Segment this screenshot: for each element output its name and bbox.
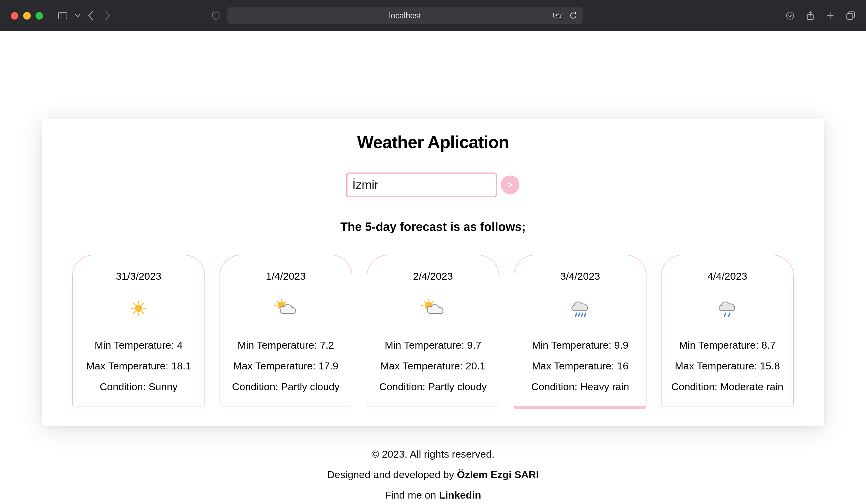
forecast-card[interactable]: 1/4/2023 Min Temperature: 7.2Max Tempera… [220,255,352,406]
svg-line-29 [432,301,433,303]
svg-rect-0 [58,12,67,19]
close-window-icon[interactable] [11,12,18,20]
svg-text:あ: あ [559,15,562,18]
svg-point-11 [135,305,142,312]
forecast-card[interactable]: 3/4/2023 Min Temperature: 9.9Max Tempera… [514,255,646,406]
svg-line-24 [285,301,286,303]
submit-button[interactable]: > [501,176,519,194]
url-bar[interactable]: localhost Aあ [227,7,582,24]
forecast-date: 1/4/2023 [266,270,306,282]
heavy-rain-icon [569,298,591,319]
svg-line-34 [724,313,726,316]
condition: Condition: Partly cloudy [232,381,340,393]
condition: Condition: Sunny [86,381,191,393]
svg-rect-10 [847,13,853,20]
forecast-info: Min Temperature: 7.2Max Temperature: 17.… [232,339,340,393]
minimize-window-icon[interactable] [23,12,31,20]
shield-icon[interactable] [212,11,220,20]
forecast-card[interactable]: 4/4/2023 Min Temperature: 8.7Max Tempera… [661,255,794,406]
page-title: Weather Aplication [72,132,794,152]
browser-toolbar: localhost Aあ [0,0,866,31]
svg-line-30 [575,313,577,317]
forecast-icon-container [717,296,738,320]
svg-line-23 [277,301,278,303]
partly-cloudy-icon [273,299,298,318]
sun-icon [130,300,147,317]
svg-line-32 [581,313,582,317]
svg-line-17 [142,312,144,313]
max-temperature: Max Temperature: 16 [531,360,629,372]
forecast-date: 4/4/2023 [707,270,747,282]
max-temperature: Max Temperature: 20.1 [379,360,487,372]
svg-line-31 [578,313,580,317]
svg-text:A: A [555,13,557,17]
share-icon[interactable] [807,11,814,21]
forecast-info: Min Temperature: 9.7Max Temperature: 20.… [379,339,487,393]
svg-line-28 [424,301,425,303]
condition: Condition: Heavy rain [531,381,629,393]
chevron-down-icon[interactable] [75,14,80,18]
forecast-card[interactable]: 2/4/2023 Min Temperature: 9.7Max Tempera… [367,255,500,406]
tabs-icon[interactable] [846,11,855,21]
min-temperature: Min Temperature: 9.7 [379,339,487,351]
forecast-icon-container [130,296,147,320]
svg-line-16 [133,303,135,305]
url-text: localhost [389,11,421,21]
partly-cloudy-icon [420,299,446,318]
condition: Condition: Partly cloudy [379,381,487,393]
translate-icon[interactable]: Aあ [553,12,563,19]
max-temperature: Max Temperature: 17.9 [232,360,340,372]
new-tab-icon[interactable] [826,11,834,21]
max-temperature: Max Temperature: 15.8 [671,360,783,372]
weather-app-card: Weather Aplication > The 5-day forecast … [42,119,824,426]
forecast-info: Min Temperature: 9.9Max Temperature: 16C… [531,339,629,393]
search-row: > [72,173,794,197]
linkedin-link[interactable]: Linkedin [439,489,481,501]
footer: © 2023. All rights reserved. Designed an… [42,444,824,504]
city-input[interactable] [347,173,497,197]
forward-icon [104,11,111,21]
moderate-rain-icon [717,298,738,319]
sidebar-icon[interactable] [58,12,67,19]
forecast-icon-container [420,296,446,320]
min-temperature: Min Temperature: 8.7 [671,339,783,351]
reload-icon[interactable] [569,12,577,20]
svg-line-35 [729,313,730,316]
min-temperature: Min Temperature: 9.9 [531,339,629,351]
copyright-text: © 2023. All rights reserved. [42,444,824,464]
forecast-card[interactable]: 31/3/2023 Min Temperature: 4Max Temperat… [72,255,205,406]
svg-line-19 [133,312,135,313]
min-temperature: Min Temperature: 4 [86,339,191,351]
downloads-icon[interactable] [786,11,794,21]
forecast-date: 31/3/2023 [116,270,162,282]
svg-line-18 [142,303,144,305]
forecast-icon-container [569,296,591,320]
min-temperature: Min Temperature: 7.2 [232,339,340,351]
svg-line-33 [585,313,586,317]
max-temperature: Max Temperature: 18.1 [86,360,191,372]
developer-credit: Designed and developed by Özlem Ezgi SAR… [42,464,824,485]
forecast-heading: The 5-day forecast is as follows; [72,220,794,234]
window-controls [11,12,43,20]
social-line: Find me on Linkedin [42,485,824,504]
back-icon[interactable] [88,11,94,21]
maximize-window-icon[interactable] [35,12,43,20]
forecast-info: Min Temperature: 8.7Max Temperature: 15.… [671,339,783,393]
forecast-cards: 31/3/2023 Min Temperature: 4Max Temperat… [72,255,794,406]
forecast-icon-container [273,296,298,320]
forecast-info: Min Temperature: 4Max Temperature: 18.1C… [86,339,191,393]
forecast-date: 2/4/2023 [413,270,453,282]
condition: Condition: Moderate rain [671,381,783,393]
forecast-date: 3/4/2023 [560,270,600,282]
